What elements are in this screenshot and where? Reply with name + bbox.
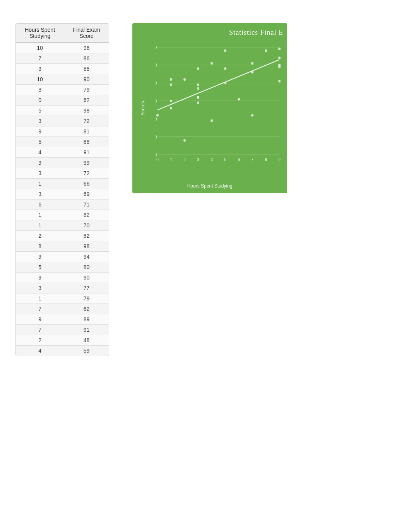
hours-cell: 3: [16, 116, 64, 126]
score-cell: 81: [64, 126, 109, 137]
score-cell: 98: [64, 106, 109, 116]
col1-header: Hours SpentStudying: [16, 24, 64, 43]
svg-point-43: [265, 49, 267, 52]
table-row: 762: [16, 304, 109, 314]
score-cell: 59: [64, 346, 109, 356]
svg-point-33: [224, 67, 226, 70]
hours-cell: 4: [16, 147, 64, 158]
score-cell: 88: [64, 64, 109, 74]
score-cell: 88: [64, 137, 109, 147]
svg-point-29: [156, 114, 159, 117]
svg-point-26: [197, 67, 199, 70]
score-cell: 82: [64, 210, 109, 220]
hours-cell: 1: [16, 293, 64, 304]
svg-text:6: 6: [238, 157, 240, 162]
table-row: 182: [16, 210, 109, 220]
hours-cell: 4: [16, 346, 64, 356]
hours-cell: 3: [16, 85, 64, 95]
svg-point-41: [170, 100, 172, 102]
table-row: 459: [16, 346, 109, 356]
hours-cell: 5: [16, 137, 64, 147]
hours-cell: 8: [16, 241, 64, 252]
score-cell: 72: [64, 116, 109, 126]
table-row: 179: [16, 293, 109, 304]
table-row: 062: [16, 95, 109, 106]
score-cell: 79: [64, 85, 109, 95]
hours-cell: 7: [16, 53, 64, 64]
table-row: 598: [16, 106, 109, 116]
svg-text:8: 8: [265, 157, 267, 162]
svg-point-48: [170, 84, 172, 86]
svg-text:0: 0: [156, 157, 159, 162]
svg-text:60: 60: [156, 116, 157, 121]
score-cell: 48: [64, 335, 109, 346]
hours-cell: 1: [16, 210, 64, 220]
hours-cell: 6: [16, 200, 64, 210]
score-cell: 91: [64, 325, 109, 335]
svg-point-28: [197, 84, 199, 86]
x-axis-label: Hours Spent Studying: [132, 183, 287, 189]
svg-text:5: 5: [224, 157, 226, 162]
svg-point-35: [278, 48, 281, 50]
table-row: 990: [16, 273, 109, 283]
score-cell: 96: [64, 43, 109, 53]
hours-cell: 2: [16, 231, 64, 241]
svg-point-42: [183, 78, 186, 81]
table-row: 491: [16, 147, 109, 158]
hours-cell: 5: [16, 106, 64, 116]
svg-text:3: 3: [197, 157, 199, 162]
hours-cell: 3: [16, 189, 64, 200]
table-row: 388: [16, 64, 109, 74]
svg-point-37: [170, 107, 172, 109]
table-row: 1090: [16, 74, 109, 85]
table-row: 981: [16, 126, 109, 137]
svg-point-32: [278, 80, 281, 82]
table-row: 282: [16, 231, 109, 241]
hours-cell: 9: [16, 252, 64, 262]
score-cell: 71: [64, 200, 109, 210]
col2-header: Final ExamScore: [64, 24, 109, 43]
hours-cell: 7: [16, 304, 64, 314]
chart-svg: 4050607080901000123456789: [156, 43, 283, 166]
hours-cell: 9: [16, 158, 64, 168]
svg-text:70: 70: [156, 99, 157, 104]
score-cell: 94: [64, 252, 109, 262]
score-cell: 89: [64, 314, 109, 325]
score-cell: 69: [64, 189, 109, 200]
score-cell: 62: [64, 304, 109, 314]
svg-text:1: 1: [170, 157, 172, 162]
svg-text:9: 9: [278, 157, 281, 162]
table-row: 166: [16, 179, 109, 189]
score-cell: 77: [64, 283, 109, 293]
score-cell: 62: [64, 95, 109, 106]
table-row: 989: [16, 314, 109, 325]
table-row: 999: [16, 158, 109, 168]
hours-cell: 10: [16, 74, 64, 85]
hours-cell: 1: [16, 179, 64, 189]
table-row: 369: [16, 189, 109, 200]
table-row: 170: [16, 220, 109, 231]
score-cell: 86: [64, 53, 109, 64]
hours-cell: 3: [16, 64, 64, 74]
table-row: 588: [16, 137, 109, 147]
hours-cell: 7: [16, 325, 64, 335]
table-row: 377: [16, 283, 109, 293]
svg-point-53: [211, 119, 213, 122]
hours-cell: 5: [16, 262, 64, 273]
score-cell: 90: [64, 74, 109, 85]
hours-cell: 0: [16, 95, 64, 106]
hours-cell: 3: [16, 168, 64, 179]
score-cell: 82: [64, 231, 109, 241]
hours-cell: 2: [16, 335, 64, 346]
score-cell: 80: [64, 262, 109, 273]
svg-point-36: [197, 96, 199, 99]
table-row: 248: [16, 335, 109, 346]
table-row: 379: [16, 85, 109, 95]
table-row: 372: [16, 168, 109, 179]
svg-text:90: 90: [156, 63, 157, 68]
hours-cell: 9: [16, 273, 64, 283]
svg-text:4: 4: [211, 157, 213, 162]
chart-container: Statistics Final E Scores Hours Spent St…: [132, 23, 287, 193]
score-cell: 66: [64, 179, 109, 189]
svg-point-52: [183, 139, 186, 142]
